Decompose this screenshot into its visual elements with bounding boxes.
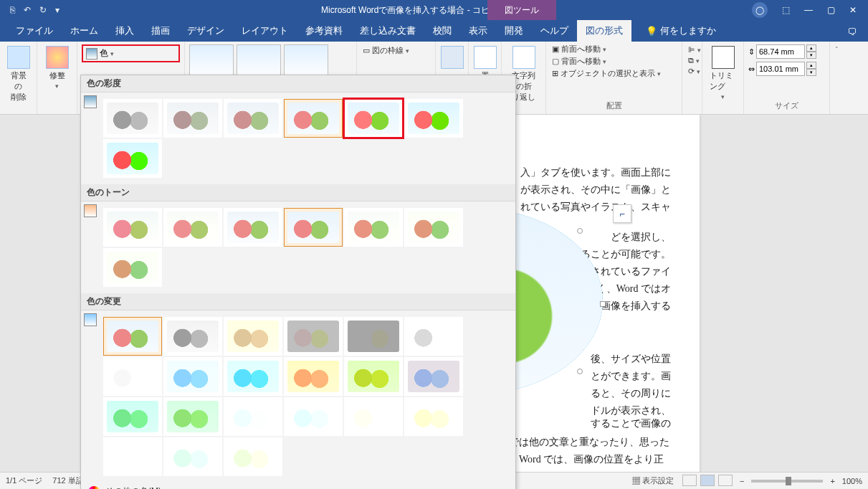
title-bar: ⎘ ↶ ↻ ▾ Microsoft Wordで画像を挿入する場合 - コピー.d… (0, 0, 868, 20)
size-group-label: サイズ (748, 100, 825, 113)
tab-view[interactable]: 表示 (460, 20, 496, 42)
saturation-option[interactable] (224, 99, 282, 138)
tab-mailings[interactable]: 差し込み文書 (351, 20, 424, 42)
picture-style-thumb[interactable] (237, 44, 281, 79)
picture-styles-gallery[interactable] (189, 44, 352, 79)
web-layout-view[interactable] (718, 475, 733, 486)
recolor-option[interactable] (344, 357, 403, 396)
recolor-option[interactable] (224, 317, 282, 356)
recolor-option[interactable] (163, 437, 222, 476)
saturation-option[interactable] (284, 99, 343, 138)
tone-option[interactable] (163, 208, 222, 247)
group-button[interactable]: ⧉▾ (687, 55, 697, 66)
read-mode-view[interactable] (682, 475, 697, 486)
recolor-option[interactable] (284, 317, 343, 356)
recolor-option[interactable] (103, 437, 162, 476)
tab-picture-format[interactable]: 図の形式 (577, 20, 631, 42)
recolor-option[interactable] (404, 397, 463, 436)
redo-icon[interactable]: ↻ (39, 5, 47, 15)
tone-option[interactable] (103, 208, 162, 247)
ribbon-tabs: ファイル ホーム 挿入 描画 デザイン レイアウト 参考資料 差し込み文書 校閲… (0, 20, 868, 42)
tab-review[interactable]: 校閲 (424, 20, 460, 42)
qat-more-icon[interactable]: ▾ (55, 5, 59, 15)
collapse-ribbon-icon[interactable]: ˄ (835, 46, 839, 53)
saturation-option[interactable] (103, 99, 162, 138)
tell-me[interactable]: 💡 何をしますか (639, 20, 723, 42)
picture-layout-button[interactable] (440, 44, 464, 70)
align-button[interactable]: ⊫▾ (687, 44, 697, 55)
recolor-option[interactable] (284, 397, 343, 436)
recolor-option[interactable] (284, 357, 343, 396)
tone-option[interactable] (103, 248, 162, 287)
saturation-option-highlighted[interactable] (344, 99, 403, 138)
send-backward-button[interactable]: ▢背面へ移動▾ (550, 55, 677, 67)
tab-draw[interactable]: 描画 (143, 20, 178, 42)
recolor-option[interactable] (404, 317, 463, 356)
width-icon: ⇔ (748, 65, 755, 74)
more-colors-menu[interactable]: その他の色(M) ▸ (81, 483, 515, 489)
tab-file[interactable]: ファイル (7, 20, 62, 42)
tab-insert[interactable]: 挿入 (107, 20, 143, 42)
width-input[interactable]: 103.01 mm (756, 62, 805, 76)
recolor-option[interactable] (163, 317, 222, 356)
recolor-option[interactable] (103, 317, 162, 356)
recolor-option[interactable] (163, 397, 222, 436)
tab-design[interactable]: デザイン (178, 20, 233, 42)
print-layout-view[interactable] (700, 475, 715, 486)
recolor-option[interactable] (224, 357, 282, 396)
recolor-option[interactable] (224, 437, 282, 476)
crop-button[interactable]: トリミング ▾ (707, 44, 739, 102)
tone-option[interactable] (344, 208, 403, 247)
saturation-option[interactable] (404, 99, 463, 138)
close-icon[interactable]: ✕ (849, 5, 857, 15)
share-button[interactable]: 🗨 (836, 22, 868, 42)
recolor-option[interactable] (163, 357, 222, 396)
tab-layout[interactable]: レイアウト (233, 20, 297, 42)
view-buttons (681, 475, 733, 488)
maximize-icon[interactable]: ▢ (827, 5, 835, 15)
width-spin-down[interactable]: ▾ (806, 69, 816, 76)
recolor-option[interactable] (404, 357, 463, 396)
minimize-icon[interactable]: — (804, 5, 813, 15)
saturation-preset-icon (84, 95, 97, 108)
word-count[interactable]: 712 単語 (52, 475, 83, 486)
undo-icon[interactable]: ↶ (24, 5, 31, 15)
picture-style-thumb[interactable] (284, 44, 328, 79)
tone-option[interactable] (404, 208, 463, 247)
picture-style-thumb[interactable] (189, 44, 234, 79)
recolor-option[interactable] (344, 397, 403, 436)
tab-help[interactable]: ヘルプ (532, 20, 577, 42)
height-spin-up[interactable]: ▴ (806, 44, 816, 52)
color-button[interactable]: 色 ▾ (82, 44, 180, 62)
layout-options-button[interactable]: ⌐ (613, 204, 631, 223)
height-spin-down[interactable]: ▾ (806, 52, 816, 59)
saturation-option[interactable] (163, 99, 222, 138)
page-count[interactable]: 1/1 ページ (6, 475, 42, 486)
zoom-slider[interactable] (751, 480, 823, 483)
recolor-option[interactable] (103, 397, 162, 436)
recolor-option[interactable] (224, 397, 282, 436)
tab-references[interactable]: 参考資料 (297, 20, 351, 42)
tab-developer[interactable]: 開発 (496, 20, 532, 42)
save-icon[interactable]: ⎘ (10, 5, 15, 15)
ribbon-display-options-icon[interactable]: ⬚ (782, 5, 790, 15)
display-settings[interactable]: ▦ 表示設定 (632, 475, 674, 486)
bring-forward-button[interactable]: ▣前面へ移動▾ (550, 43, 677, 55)
user-avatar[interactable]: ◯ (752, 2, 768, 18)
recolor-option[interactable] (344, 317, 403, 356)
tab-home[interactable]: ホーム (62, 20, 107, 42)
recolor-option[interactable] (103, 357, 162, 396)
height-input[interactable]: 68.74 mm (756, 44, 805, 59)
saturation-option[interactable] (103, 139, 162, 178)
corrections-button[interactable]: 修整 ▾ (42, 44, 72, 91)
picture-border-button[interactable]: ▭ 図の枠線▾ (361, 44, 431, 57)
zoom-out-button[interactable]: − (740, 477, 744, 485)
selection-pane-button[interactable]: ⊞オブジェクトの選択と表示▾ (550, 67, 677, 80)
tone-option[interactable] (284, 208, 343, 247)
tone-option[interactable] (224, 208, 282, 247)
zoom-level[interactable]: 100% (842, 477, 862, 485)
zoom-in-button[interactable]: + (830, 477, 834, 485)
width-spin-up[interactable]: ▴ (806, 62, 816, 69)
rotate-button[interactable]: ⟳▾ (687, 66, 697, 77)
remove-background-button[interactable]: 背景の 削除 (4, 44, 32, 104)
